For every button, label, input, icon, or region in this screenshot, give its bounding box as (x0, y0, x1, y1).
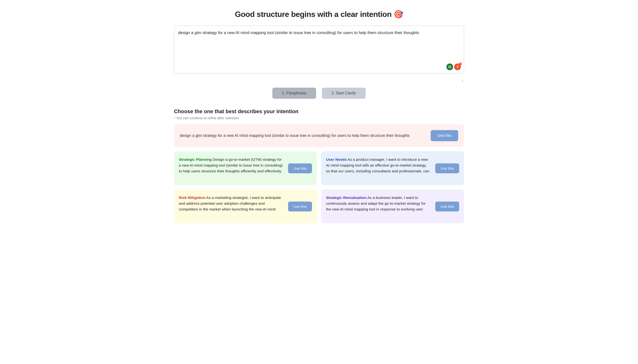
card-strategic-planning: Strategic Planning Design a go-to-market… (174, 151, 317, 185)
card-strategic-reevaluation-label: Strategic Reevaluation (326, 196, 366, 200)
use-this-button-strategic-reevaluation[interactable]: Use this (435, 202, 459, 212)
paraphrase-button[interactable]: 1. Paraphrase (272, 88, 316, 99)
use-this-button-risk-mitigation[interactable]: Use this (288, 202, 312, 212)
section-heading: Choose the one that best describes your … (174, 108, 464, 115)
section-subtext: * You can continue to refine after selec… (174, 116, 464, 120)
card-strategic-planning-label: Strategic Planning (179, 158, 212, 162)
target-emoji: 🎯 (394, 10, 403, 18)
clarify-button[interactable]: 2. Start Clarify (322, 88, 366, 99)
textarea-wrapper: design a gtm strategy for a new AI mind … (174, 26, 464, 74)
buttons-row: 1. Paraphrase 2. Start Clarify (174, 88, 464, 99)
card-strategic-reevaluation-text: Strategic Reevaluation As a business lea… (326, 195, 431, 212)
card-risk-mitigation-label: Risk Mitigation (179, 196, 205, 200)
main-textarea[interactable]: design a gtm strategy for a new AI mind … (178, 30, 460, 68)
use-this-button-strategic-planning[interactable]: Use this (288, 164, 312, 173)
green-icon (446, 64, 453, 70)
card-risk-mitigation: Risk Mitigation As a marketing strategis… (174, 190, 317, 223)
original-card: design a gtm strategy for a new AI mind … (174, 124, 464, 147)
card-user-needs-label: User Needs (326, 158, 347, 162)
card-strategic-planning-text: Strategic Planning Design a go-to-market… (179, 157, 284, 174)
svg-point-0 (449, 66, 451, 68)
card-user-needs: User Needs As a product manager, I want … (321, 151, 464, 185)
card-risk-mitigation-text: Risk Mitigation As a marketing strategis… (179, 195, 284, 212)
card-user-needs-text: User Needs As a product manager, I want … (326, 157, 431, 174)
card-strategic-reevaluation: Strategic Reevaluation As a business lea… (321, 190, 464, 223)
textarea-icons: 3 + (446, 64, 461, 70)
page-title: Good structure begins with a clear inten… (174, 10, 464, 19)
page-title-text: Good structure begins with a clear inten… (235, 10, 391, 18)
page-container: Good structure begins with a clear inten… (174, 10, 464, 223)
original-card-text: design a gtm strategy for a new AI mind … (180, 133, 426, 139)
use-this-button-user-needs[interactable]: Use this (435, 164, 459, 173)
slash-counter: ./ (174, 79, 464, 83)
cards-grid: Strategic Planning Design a go-to-market… (174, 151, 464, 223)
red-badge: 3 + (454, 64, 461, 70)
use-this-button-original[interactable]: Use this (431, 130, 458, 141)
